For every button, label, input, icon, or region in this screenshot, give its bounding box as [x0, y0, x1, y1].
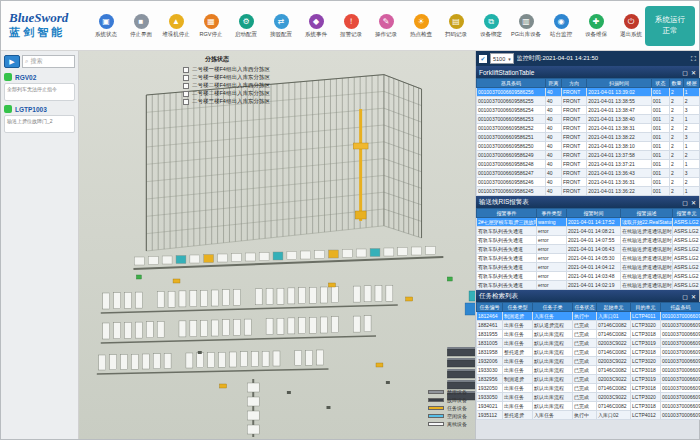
- table-row[interactable]: 0010037000660958625640FRONT2021-04-01 13…: [477, 88, 700, 97]
- table-row[interactable]: 1831005出库任务默认出库流程已完成02003C9022LCTP301900…: [477, 339, 700, 348]
- table-row[interactable]: 0010037000660958624540FRONT2021-04-01 13…: [477, 187, 700, 196]
- table-cell: 40: [545, 187, 561, 196]
- minimize-icon[interactable]: ▢: [682, 69, 688, 76]
- column-header[interactable]: 任务状态: [573, 303, 597, 312]
- toolbar-button-14[interactable]: ◉站台监控: [544, 14, 578, 38]
- sort-area-option-4[interactable]: 二号楼二楼F4组出入库东分拣区: [183, 90, 270, 97]
- alarm-record-icon: ！: [344, 14, 359, 29]
- column-header[interactable]: 扫描时间: [587, 79, 651, 88]
- sort-area-option-2[interactable]: 二号楼一楼F4组出入库东分拣区: [183, 74, 270, 81]
- column-header[interactable]: 托盘条码: [661, 303, 700, 312]
- table-cell: 1933030: [477, 366, 503, 375]
- table-row[interactable]: 0010037000660958625040FRONT2021-04-01 13…: [477, 142, 700, 151]
- table-cell: 1932050: [477, 384, 503, 393]
- toolbar-button-8[interactable]: ！报警记录: [334, 14, 368, 38]
- column-header[interactable]: 起始单元: [597, 303, 631, 312]
- legend-label: 任务设备: [447, 405, 467, 411]
- column-header[interactable]: 报警单元: [673, 209, 700, 218]
- column-header[interactable]: 距离: [545, 79, 561, 88]
- table-cell: 00100370006609586256: [661, 312, 700, 321]
- device-search-input[interactable]: ⌕ 搜索: [22, 55, 75, 68]
- table-row[interactable]: 1933030出库任务默认出库流程已完成07146C0082LCTP301800…: [477, 366, 700, 375]
- toolbar-button-3[interactable]: ▲堆垛机停止: [159, 14, 193, 38]
- table-row[interactable]: 有轨车队列丢失通道error2021-04-01 14:04:12在线输送货道通…: [477, 263, 700, 272]
- table-row[interactable]: 1882461出库任务默认退货流程已完成07146C0082LCTP302000…: [477, 321, 700, 330]
- toolbar-button-16[interactable]: ⏻退出系统: [614, 14, 645, 38]
- table-row[interactable]: 0010037000660958625540FRONT2021-04-01 13…: [477, 97, 700, 106]
- table-cell: 执行中: [573, 411, 597, 420]
- table-cell: 2: [670, 124, 684, 133]
- table-row[interactable]: 1935112整托退货入库任务执行中入库口02LCTP4012001003700…: [477, 411, 700, 420]
- minimize-icon[interactable]: ▢: [682, 293, 688, 300]
- auto-refresh-checkbox[interactable]: ✔: [479, 55, 487, 63]
- toolbar-button-12[interactable]: ⧉设备绑定: [474, 14, 508, 38]
- table-row[interactable]: 0010037000660958625240FRONT2021-04-01 13…: [477, 124, 700, 133]
- table-row[interactable]: 1812464制润退货入库任务执行中入库口01LCTP4011001003700…: [477, 312, 700, 321]
- sort-area-option-1[interactable]: 二号楼一楼F4组出入库西分拣区: [183, 66, 270, 73]
- table-row[interactable]: 1933050出库任务默认出库流程已完成02003C9022LCTP302000…: [477, 393, 700, 402]
- system-event-icon: ◆: [309, 14, 324, 29]
- close-icon[interactable]: ✕: [691, 69, 696, 76]
- table-row[interactable]: 1932006出库任务默认出库流程已完成02003C9022LCTP302000…: [477, 357, 700, 366]
- column-header[interactable]: 任务子类: [533, 303, 573, 312]
- table-row[interactable]: 有轨车队列丢失通道error2021-04-01 14:08:21在线输送货道通…: [477, 227, 700, 236]
- table-row[interactable]: 有轨车队列丢失通道error2021-04-01 14:05:30在线输送货道通…: [477, 254, 700, 263]
- table-row[interactable]: 0010037000660958625340FRONT2021-04-01 13…: [477, 115, 700, 124]
- toolbar-button-1[interactable]: ▣系统状态: [89, 14, 123, 38]
- ack-alarm-button[interactable]: ▶: [4, 55, 20, 68]
- toolbar-button-11[interactable]: ▤扫码记录: [439, 14, 473, 38]
- column-header[interactable]: 报警时间: [567, 209, 621, 218]
- toolbar-button-15[interactable]: ✚设备维保: [579, 14, 613, 38]
- table-cell: 2: [670, 97, 684, 106]
- table-row[interactable]: 1832956制润退货默认出库流程已完成02003C9022LCTP301900…: [477, 375, 700, 384]
- toolbar-button-7[interactable]: ◆系统事件: [299, 14, 333, 38]
- toolbar-button-13[interactable]: ▥PG出库设备: [509, 14, 543, 38]
- column-header[interactable]: 报警描述: [621, 209, 673, 218]
- toolbar-button-5[interactable]: ⚙启动配置: [229, 14, 263, 38]
- table-row[interactable]: 1934021出库任务默认出库流程已完成07146C0082LCTP301800…: [477, 402, 700, 411]
- column-header[interactable]: 数量: [670, 79, 684, 88]
- sort-area-option-5[interactable]: 二号楼三楼F4组出入库东分拣区: [183, 98, 270, 105]
- table-row[interactable]: 0010037000660958624740FRONT2021-04-01 13…: [477, 169, 700, 178]
- column-header[interactable]: 方向: [562, 79, 587, 88]
- table-row[interactable]: 1932050出库任务默认出库流程已完成07146C0082LCTP301800…: [477, 384, 700, 393]
- table-row[interactable]: 1831958整托退货默认出库流程已完成07146C0082LCTP301800…: [477, 348, 700, 357]
- table-row[interactable]: 2#七层穿梭车取货三跳故障warning2021-04-01 14:17:52读…: [477, 218, 700, 227]
- toolbar-button-10[interactable]: ☀热点检查: [404, 14, 438, 38]
- close-icon[interactable]: ✕: [691, 293, 696, 300]
- sort-area-label: 二号楼二楼F4组出入库东分拣区: [192, 90, 270, 97]
- column-header[interactable]: 任务编号: [477, 303, 503, 312]
- table-row[interactable]: 0010037000660958625440FRONT2021-04-01 13…: [477, 106, 700, 115]
- close-icon[interactable]: ✕: [691, 199, 696, 206]
- table-row[interactable]: 有轨车队列丢失通道error2021-04-01 14:03:48在线输送货道通…: [477, 272, 700, 281]
- toolbar-button-2[interactable]: ■停止界面: [124, 14, 158, 38]
- device-link-LGTP1003[interactable]: LGTP1003: [4, 105, 75, 113]
- column-header[interactable]: 报警事件: [477, 209, 537, 218]
- warehouse-3d-viewport[interactable]: 分拣状态 二号楼一楼F4组出入库西分拣区二号楼一楼F4组出入库东分拣区二号楼二楼…: [79, 51, 475, 439]
- table-row[interactable]: 0010037000660958624940FRONT2021-04-01 13…: [477, 151, 700, 160]
- table-row[interactable]: 0010037000660958624840FRONT2021-04-01 13…: [477, 160, 700, 169]
- column-header[interactable]: 楼层: [683, 79, 699, 88]
- column-header[interactable]: 目的单元: [631, 303, 661, 312]
- expand-icon[interactable]: ⛶: [691, 55, 696, 63]
- column-header[interactable]: 器具条码: [477, 79, 546, 88]
- table-cell: 已完成: [573, 366, 597, 375]
- table-row[interactable]: 有轨车队列丢失通道error2021-04-01 14:06:43在线输送货道通…: [477, 245, 700, 254]
- table-row[interactable]: 0010037000660958624640FRONT2021-04-01 13…: [477, 178, 700, 187]
- sort-status-panel: 分拣状态 二号楼一楼F4组出入库西分拣区二号楼一楼F4组出入库东分拣区二号楼二楼…: [183, 55, 270, 106]
- toolbar-button-6[interactable]: ⇄接驳配置: [264, 14, 298, 38]
- table-cell: 已完成: [573, 402, 597, 411]
- column-header[interactable]: 任务类型: [503, 303, 533, 312]
- table-row[interactable]: 有轨车队列丢失通道error2021-04-01 14:07:55在线输送货道通…: [477, 236, 700, 245]
- minimize-icon[interactable]: ▢: [682, 199, 688, 206]
- table-row[interactable]: 有轨车队列丢失通道error2021-04-01 14:02:19在线输送货道通…: [477, 281, 700, 290]
- refresh-period-select[interactable]: 5100 ▾: [490, 53, 514, 64]
- device-link-RGV02[interactable]: RGV02: [4, 73, 75, 81]
- table-row[interactable]: 0010037000660958625140FRONT2021-04-01 13…: [477, 133, 700, 142]
- toolbar-button-4[interactable]: ▦RGV停止: [194, 14, 228, 38]
- sort-area-option-3[interactable]: 二号楼二楼F4组出入库西分拣区: [183, 82, 270, 89]
- table-row[interactable]: 1831955出库任务默认出库流程已完成07146C0082LCTP301800…: [477, 330, 700, 339]
- column-header[interactable]: 事件类型: [537, 209, 567, 218]
- toolbar-button-9[interactable]: ✎操作记录: [369, 14, 403, 38]
- column-header[interactable]: 状态: [651, 79, 669, 88]
